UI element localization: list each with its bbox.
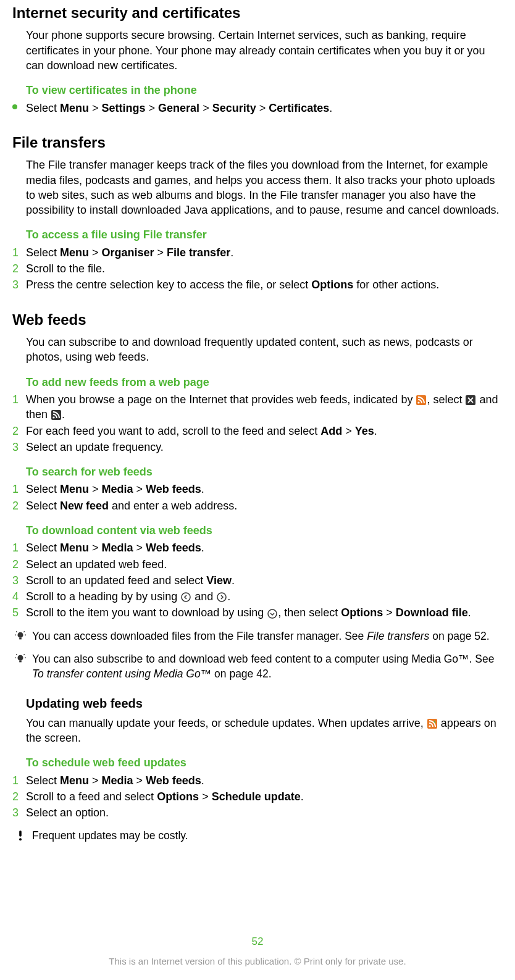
step-text: Scroll to the file.	[26, 262, 105, 275]
bullet-icon	[12, 104, 17, 109]
step-text: Select Menu > Media > Web feeds.	[26, 483, 204, 495]
step-text: Scroll to an updated feed and select Vie…	[26, 574, 235, 587]
steps-search-feeds: 1Select Menu > Media > Web feeds. 2Selec…	[26, 482, 503, 513]
step-text: Select an option.	[26, 806, 109, 819]
subheading-add-feeds: To add new feeds from a web page	[26, 375, 503, 390]
step-text: Select Menu > Media > Web feeds.	[26, 542, 204, 554]
heading-updating-feeds: Updating web feeds	[26, 695, 503, 712]
options-icon	[466, 395, 475, 405]
subheading-search-feeds: To search for web feeds	[26, 464, 503, 479]
subheading-download-feeds: To download content via web feeds	[26, 523, 503, 538]
nav-right-icon	[217, 592, 227, 602]
svg-line-13	[23, 631, 24, 632]
warning-costly: Frequent updates may be costly.	[15, 829, 503, 844]
step-text: Select Menu > Settings > General > Secur…	[26, 102, 332, 114]
rss-icon	[51, 410, 61, 420]
tip-text: You can also subscribe to and download w…	[32, 652, 503, 681]
step-text: For each feed you want to add, scroll to…	[26, 425, 377, 437]
list-item: 3Select an option.	[12, 805, 503, 820]
body-updating-feeds: You can manually update your feeds, or s…	[26, 716, 503, 746]
list-item: 5 Scroll to the item you want to downloa…	[12, 605, 503, 620]
step-text: Select New feed and enter a web address.	[26, 500, 237, 512]
svg-rect-3	[51, 410, 61, 420]
svg-point-14	[18, 655, 23, 661]
body-internet-security: Your phone supports secure browsing. Cer…	[26, 28, 503, 73]
heading-file-transfers: File transfers	[12, 133, 503, 153]
svg-point-6	[217, 593, 226, 601]
step-text: Select Menu > Organiser > File transfer.	[26, 246, 233, 259]
svg-line-18	[16, 655, 17, 655]
list-item: Select Menu > Settings > General > Secur…	[12, 101, 503, 115]
subheading-access-file: To access a file using File transfer	[26, 227, 503, 242]
steps-add-feeds: 1 When you browse a page on the Internet…	[26, 392, 503, 454]
footer-disclaimer: This is an Internet version of this publ…	[0, 955, 515, 968]
step-text: Scroll to the item you want to download …	[26, 606, 471, 619]
step-number: 3	[12, 277, 19, 292]
step-number: 2	[12, 498, 19, 513]
step-number: 4	[12, 589, 19, 604]
step-text: Select an update frequency.	[26, 441, 164, 453]
step-number: 1	[12, 540, 19, 555]
list-item: 2For each feed you want to add, scroll t…	[12, 424, 503, 438]
list-item: 2Scroll to a feed and select Options > S…	[12, 789, 503, 804]
svg-point-4	[52, 417, 54, 419]
body-file-transfers: The File transfer manager keeps track of…	[26, 157, 503, 217]
step-number: 3	[12, 573, 19, 588]
step-number: 5	[12, 605, 19, 620]
svg-point-8	[18, 632, 23, 637]
svg-point-23	[19, 839, 22, 841]
step-number: 3	[12, 440, 19, 454]
step-text: Press the centre selection key to access…	[26, 279, 439, 291]
page-footer: 52 This is an Internet version of this p…	[0, 935, 515, 968]
list-item: 2Select New feed and enter a web address…	[12, 498, 503, 513]
step-number: 2	[12, 789, 19, 804]
svg-rect-0	[416, 395, 426, 405]
step-number: 1	[12, 245, 19, 260]
step-text: Scroll to a heading by by using and .	[26, 590, 230, 603]
rss-update-icon	[427, 719, 437, 729]
list-item: 1Select Menu > Media > Web feeds.	[12, 482, 503, 496]
tip-file-transfer: You can access downloaded files from the…	[15, 629, 503, 644]
steps-view-certificates: Select Menu > Settings > General > Secur…	[26, 101, 503, 115]
svg-line-19	[23, 655, 24, 655]
svg-rect-22	[19, 831, 22, 837]
svg-point-21	[429, 725, 430, 727]
list-item: 3Scroll to an updated feed and select Vi…	[12, 573, 503, 588]
steps-download-feeds: 1Select Menu > Media > Web feeds. 2Selec…	[26, 540, 503, 620]
heading-internet-security: Internet security and certificates	[12, 3, 503, 23]
lightbulb-icon	[15, 653, 26, 664]
warning-text: Frequent updates may be costly.	[32, 829, 503, 844]
svg-rect-15	[19, 661, 22, 663]
subheading-view-certificates: To view certificates in the phone	[26, 83, 503, 98]
tip-text: You can access downloaded files from the…	[32, 629, 503, 644]
rss-icon	[416, 395, 426, 405]
warning-icon	[15, 830, 26, 841]
list-item: 1Select Menu > Organiser > File transfer…	[12, 245, 503, 260]
list-item: 1Select Menu > Media > Web feeds.	[12, 773, 503, 788]
step-text: Select Menu > Media > Web feeds.	[26, 774, 204, 787]
svg-point-5	[182, 593, 190, 601]
svg-line-12	[16, 631, 17, 632]
svg-point-7	[268, 609, 277, 618]
step-number: 2	[12, 261, 19, 276]
svg-point-1	[418, 402, 420, 404]
steps-access-file: 1Select Menu > Organiser > File transfer…	[26, 245, 503, 293]
heading-web-feeds: Web feeds	[12, 310, 503, 330]
list-item: 1Select Menu > Media > Web feeds.	[12, 540, 503, 555]
step-number: 1	[12, 392, 19, 407]
list-item: 2Select an updated web feed.	[12, 557, 503, 572]
list-item: 3Press the centre selection key to acces…	[12, 277, 503, 292]
subheading-schedule-updates: To schedule web feed updates	[26, 755, 503, 770]
step-number: 1	[12, 773, 19, 788]
svg-rect-20	[427, 719, 437, 729]
lightbulb-icon	[15, 630, 26, 642]
svg-rect-9	[19, 637, 22, 639]
step-text: Select an updated web feed.	[26, 558, 167, 571]
step-text: When you browse a page on the Internet t…	[26, 393, 498, 421]
step-number: 3	[12, 805, 19, 820]
nav-down-icon	[267, 609, 277, 619]
list-item: 3Select an update frequency.	[12, 440, 503, 454]
step-number: 2	[12, 557, 19, 572]
tip-media-go: You can also subscribe to and download w…	[15, 652, 503, 681]
steps-schedule-updates: 1Select Menu > Media > Web feeds. 2Scrol…	[26, 773, 503, 821]
